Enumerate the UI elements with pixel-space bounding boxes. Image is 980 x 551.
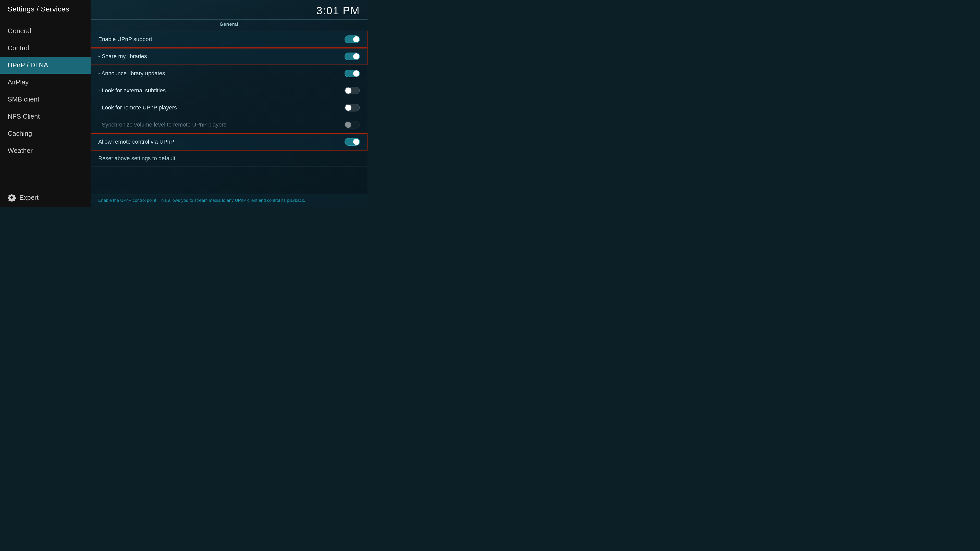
- setting-item-share-libraries[interactable]: - Share my libraries: [91, 48, 368, 65]
- setting-label-remote-upnp-players: - Look for remote UPnP players: [98, 104, 177, 111]
- toggle-remote-upnp-players[interactable]: [345, 104, 360, 111]
- sidebar-item-control[interactable]: Control: [0, 40, 91, 57]
- toggle-announce-library[interactable]: [345, 70, 360, 77]
- settings-list: Enable UPnP support- Share my libraries-…: [91, 31, 368, 194]
- gear-icon: [8, 193, 16, 202]
- main-content: 3:01 PM General Enable UPnP support- Sha…: [91, 0, 368, 206]
- setting-item-announce-library[interactable]: - Announce library updates: [91, 65, 368, 82]
- toggle-allow-remote-control[interactable]: [345, 138, 360, 146]
- setting-label-allow-remote-control: Allow remote control via UPnP: [98, 138, 174, 145]
- sidebar-item-upnp-dlna[interactable]: UPnP / DLNA: [0, 57, 91, 74]
- toggle-sync-volume[interactable]: [345, 121, 360, 129]
- toggle-knob-sync-volume: [345, 122, 351, 128]
- setting-item-enable-upnp[interactable]: Enable UPnP support: [91, 31, 368, 48]
- setting-label-announce-library: - Announce library updates: [98, 70, 165, 77]
- setting-item-sync-volume[interactable]: - Synchronize volume level to remote UPn…: [91, 116, 368, 133]
- sidebar-item-smb-client[interactable]: SMB client: [0, 91, 91, 108]
- setting-item-external-subtitles[interactable]: - Look for external subtitles: [91, 82, 368, 99]
- app-container: Settings / Services GeneralControlUPnP /…: [0, 0, 368, 206]
- sidebar-footer[interactable]: Expert: [0, 188, 91, 206]
- toggle-knob-remote-upnp-players: [345, 105, 352, 111]
- toggle-knob-allow-remote-control: [353, 139, 360, 145]
- section-header: General: [91, 19, 368, 31]
- setting-item-remote-upnp-players[interactable]: - Look for remote UPnP players: [91, 99, 368, 116]
- top-bar: 3:01 PM: [91, 0, 368, 19]
- toggle-knob-enable-upnp: [353, 36, 360, 42]
- status-bar: Enable the UPnP control point. This allo…: [91, 194, 368, 206]
- sidebar-header: Settings / Services: [0, 0, 91, 20]
- sidebar-item-nfs-client[interactable]: NFS Client: [0, 108, 91, 125]
- toggle-knob-external-subtitles: [345, 87, 352, 94]
- sidebar-item-weather[interactable]: Weather: [0, 142, 91, 159]
- setting-item-reset-settings[interactable]: Reset above settings to default: [91, 151, 368, 167]
- status-text: Enable the UPnP control point. This allo…: [98, 198, 360, 203]
- setting-label-sync-volume: - Synchronize volume level to remote UPn…: [98, 121, 226, 128]
- sidebar-item-general[interactable]: General: [0, 22, 91, 40]
- sidebar-item-airplay[interactable]: AirPlay: [0, 74, 91, 91]
- setting-label-external-subtitles: - Look for external subtitles: [98, 87, 165, 94]
- toggle-share-libraries[interactable]: [345, 52, 360, 60]
- sidebar-item-caching[interactable]: Caching: [0, 125, 91, 142]
- setting-label-reset-settings: Reset above settings to default: [98, 155, 175, 162]
- clock: 3:01 PM: [317, 5, 360, 17]
- toggle-knob-announce-library: [353, 70, 360, 76]
- setting-item-allow-remote-control[interactable]: Allow remote control via UPnP: [91, 133, 368, 151]
- toggle-enable-upnp[interactable]: [345, 35, 360, 43]
- setting-label-enable-upnp: Enable UPnP support: [98, 36, 152, 43]
- sidebar-title: Settings / Services: [8, 5, 83, 13]
- expert-label: Expert: [19, 194, 38, 202]
- setting-label-share-libraries: - Share my libraries: [98, 53, 147, 60]
- toggle-external-subtitles[interactable]: [345, 87, 360, 94]
- sidebar-nav: GeneralControlUPnP / DLNAAirPlaySMB clie…: [0, 20, 91, 188]
- toggle-knob-share-libraries: [353, 53, 360, 59]
- sidebar: Settings / Services GeneralControlUPnP /…: [0, 0, 91, 206]
